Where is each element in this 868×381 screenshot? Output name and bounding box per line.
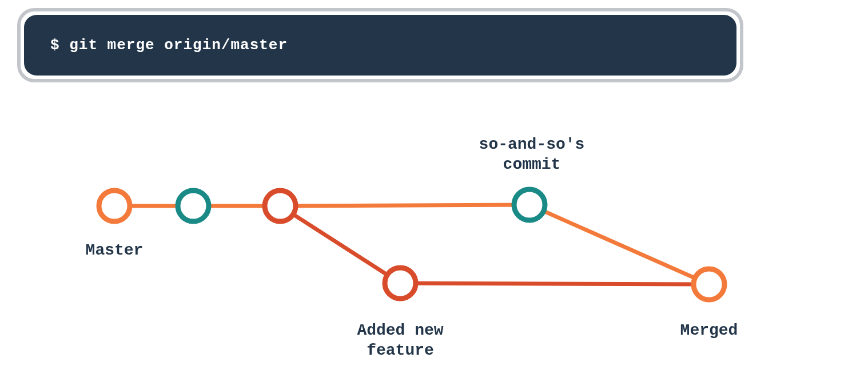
commit-node bbox=[178, 190, 209, 221]
graph-edge bbox=[529, 205, 709, 284]
graph-edge bbox=[280, 206, 400, 283]
label-added-feature: Added new feature bbox=[320, 320, 480, 360]
label-soandso-commit: so-and-so's commit bbox=[446, 134, 618, 174]
graph-edge bbox=[400, 283, 709, 284]
label-merged: Merged bbox=[629, 320, 789, 340]
graph-edge bbox=[280, 205, 529, 206]
commit-node bbox=[99, 190, 130, 221]
label-master: Master bbox=[51, 240, 177, 260]
commit-node bbox=[385, 268, 416, 299]
commit-node bbox=[514, 189, 545, 220]
commit-node bbox=[265, 190, 296, 221]
commit-node bbox=[694, 269, 724, 300]
